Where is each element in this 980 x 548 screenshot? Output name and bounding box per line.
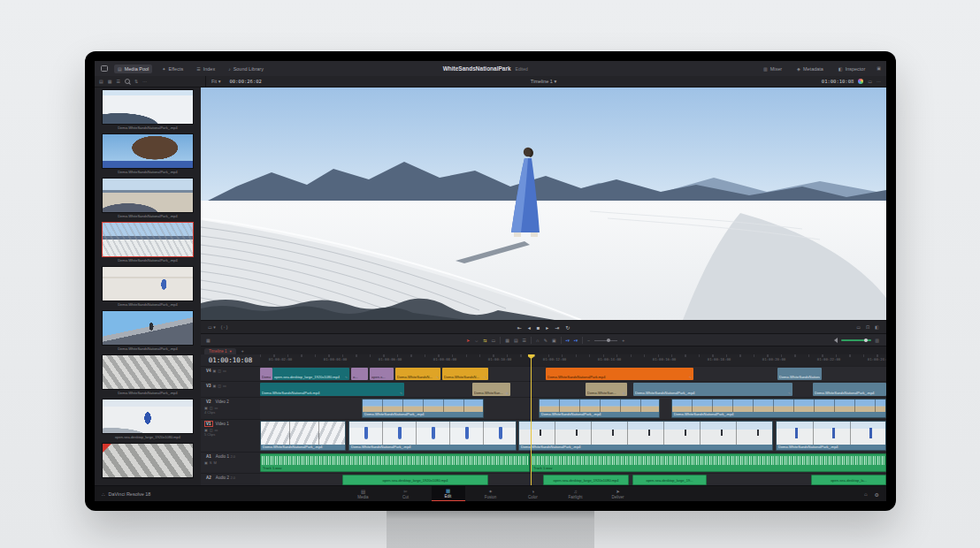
timeline-clip[interactable]: o... xyxy=(351,368,368,380)
tab-index[interactable]: ☰Index xyxy=(193,65,218,73)
timeline-clip[interactable]: Demo-WhiteSandsN...∿ xyxy=(442,368,488,380)
track-v2[interactable]: Demo-WhiteSandsNationalPark_.mp4 Demo-Wh… xyxy=(260,397,886,420)
track-header-v4[interactable]: V4▣◫▭ xyxy=(201,366,260,380)
track-header-v1[interactable]: V1Video 1 ▣◫▭ 5 Clips xyxy=(201,419,260,451)
loop-button[interactable]: ↻ xyxy=(565,325,570,331)
tab-inspector[interactable]: ◧Inspector xyxy=(835,65,869,73)
clip-thumbnail[interactable] xyxy=(102,178,194,213)
media-clip[interactable]: Demo-WhiteSandsNationalPark_.mp4 xyxy=(102,89,194,131)
clip-thumbnail[interactable] xyxy=(102,133,194,169)
list-view-icon[interactable]: ☰ xyxy=(116,80,119,84)
tab-media-pool[interactable]: ▤Media Pool xyxy=(114,65,152,73)
dual-screen-icon[interactable]: ◧ xyxy=(875,325,879,330)
position-lock-icon[interactable]: ▣ xyxy=(552,339,556,343)
clip-thumbnail[interactable] xyxy=(102,399,194,434)
track-header-a2[interactable]: A2Audio 2 2.0 xyxy=(201,473,260,485)
page-fairlight[interactable]: ♫Fairlight xyxy=(559,486,593,501)
timeline-tab[interactable]: Timeline 1▾ xyxy=(204,348,236,354)
trim-edit-icon[interactable]: ⇔ xyxy=(474,339,479,343)
track-a2[interactable]: open-sea-desktop_large_1920x1080.mp4 ope… xyxy=(260,473,886,485)
clip-thumbnail[interactable] xyxy=(102,222,194,257)
clip-thumbnail[interactable] xyxy=(102,310,194,346)
timeline-ruler[interactable]: 01:00:02:00 01:00:04:00 01:00:06:00 01:0… xyxy=(260,354,886,367)
audio-clip[interactable]: open-sea-desktop_large_19... xyxy=(632,475,707,485)
play-button[interactable]: ▸ xyxy=(546,325,548,331)
stop-button[interactable]: ■ xyxy=(537,325,540,331)
dynamic-trim-icon[interactable]: ⇆ xyxy=(483,339,486,343)
add-timeline-button[interactable]: + xyxy=(241,349,244,354)
tab-sound-library[interactable]: ♪Sound Library xyxy=(225,65,267,73)
zoom-out-icon[interactable]: − xyxy=(587,339,590,343)
page-media[interactable]: ▤Media xyxy=(347,486,380,501)
timeline-clip[interactable]: Demo-WhiteSan...◉ xyxy=(586,383,627,396)
zoom-in-icon[interactable]: + xyxy=(622,339,624,343)
clip-thumbnail[interactable] xyxy=(102,443,194,478)
timeline-clip[interactable]: Demo-WhiteSan...◉ xyxy=(472,383,510,396)
more-icon[interactable]: ⋯ xyxy=(142,80,147,84)
media-clip[interactable]: open-sea-desktop_large_1920x1080.mp4 xyxy=(102,399,194,440)
timeline-clip[interactable]: Demo-WhiteSandsNationalPark_.mp4∿ xyxy=(633,383,792,396)
toolbox-icon[interactable]: ▦ xyxy=(201,339,211,343)
overwrite-clip-icon[interactable]: ▤ xyxy=(514,339,518,343)
timeline-zoom-slider[interactable] xyxy=(594,340,617,341)
timeline-clip[interactable]: Demo-WhiteSandsN...∿ xyxy=(395,368,440,380)
track-header-a1[interactable]: A1Audio 1 2.0 ▣SM xyxy=(201,452,260,472)
timeline-clip[interactable]: Demo-WhiteSandsNationalP... xyxy=(777,368,822,380)
media-clip-selected[interactable]: Demo-WhiteSandsNationalPark_.mp4 xyxy=(102,222,194,263)
timeline-clip[interactable]: Demo-WhiteSandsNationalPark.mp4∿ xyxy=(546,368,693,380)
timeline-viewer[interactable] xyxy=(201,88,886,320)
jump-end-button[interactable]: ⇥ xyxy=(555,325,559,331)
timeline-clip[interactable]: open-s... xyxy=(370,368,394,380)
match-frame-icon[interactable]: ▭ xyxy=(856,325,861,330)
track-v4[interactable]: Demo open-sea-desktop_large_1920x1080.mp… xyxy=(260,366,886,382)
color-management-icon[interactable] xyxy=(858,79,863,84)
flag-marker-select[interactable]: ▪▾ xyxy=(566,339,570,343)
clip-thumbnail[interactable] xyxy=(102,266,194,301)
media-clip[interactable]: Demo-WhiteSandsNationalPark_.mp4 xyxy=(102,310,194,352)
page-fusion[interactable]: ✦Fusion xyxy=(474,486,508,501)
timeline-clip[interactable]: Demo xyxy=(260,368,272,380)
insert-clip-icon[interactable]: ▦ xyxy=(505,339,509,343)
timeline-clip[interactable]: Demo-WhiteSandsNationalPark_.mp4 xyxy=(348,421,517,451)
page-color[interactable]: ◑Color xyxy=(517,486,550,501)
track-v1[interactable]: Demo-WhiteSandsNationalPark_.mp4 Demo-Wh… xyxy=(260,419,886,453)
timeline-clip[interactable]: Demo-WhiteSandsNationalPark_.mp4 xyxy=(260,421,346,451)
clip-thumbnail[interactable] xyxy=(102,354,194,390)
snapping-icon[interactable]: ∩ xyxy=(536,339,540,343)
zoom-select[interactable]: Fit ▾ xyxy=(211,79,220,84)
clip-thumbnail[interactable] xyxy=(102,89,194,125)
viewer-options-icon[interactable]: ⋯ xyxy=(877,80,881,84)
timeline-clip[interactable]: Demo-WhiteSandsNationalPark_.mp4 xyxy=(518,421,773,451)
track-header-v3[interactable]: V3▣◫▭ xyxy=(201,381,260,396)
track-v3[interactable]: Demo-WhiteSandsNationalPark.mp4∿ Demo-Wh… xyxy=(260,381,886,398)
timeline-clip[interactable]: Demo-WhiteSandsNationalPark_.mp4 xyxy=(539,399,660,418)
grid-view-icon[interactable]: ▦ xyxy=(108,80,112,84)
timeline-tracks[interactable]: Demo open-sea-desktop_large_1920x1080.mp… xyxy=(260,366,886,485)
page-edit[interactable]: ▦Edit xyxy=(432,486,465,501)
linked-selection-icon[interactable]: ✎ xyxy=(544,339,547,343)
tab-metadata[interactable]: ◈Metadata xyxy=(793,65,827,73)
clip-marker-select[interactable]: ▪▾ xyxy=(574,339,578,343)
audio-clip[interactable]: Track 1.wav xyxy=(260,453,530,472)
timeline-clip[interactable]: open-sea-desktop_large_1920x1080.mp4∿ xyxy=(272,368,349,380)
home-icon[interactable]: ⌂ xyxy=(864,491,868,497)
media-clip[interactable]: Demo-WhiteSandsNationalPark_.mp4 xyxy=(102,266,194,308)
audio-level-slider[interactable] xyxy=(841,339,871,341)
media-clip[interactable] xyxy=(102,443,194,478)
timeline-clip[interactable]: Demo-WhiteSandsNationalPark_.mp4 xyxy=(362,399,484,418)
chat-icon[interactable] xyxy=(101,65,108,72)
media-clip[interactable]: Demo-WhiteSandsNationalPark_.mp4 xyxy=(102,133,194,175)
search-icon[interactable] xyxy=(125,79,130,84)
replace-clip-icon[interactable]: ☰ xyxy=(523,339,526,343)
jump-start-button[interactable]: ⇤ xyxy=(517,325,522,331)
expand-viewer-icon[interactable]: ▭ xyxy=(868,80,872,84)
page-deliver[interactable]: ➤Deliver xyxy=(601,486,635,501)
media-clip[interactable]: Demo-WhiteSandsNationalPark_.mp4 xyxy=(102,178,194,219)
capture-icon[interactable]: ⊡ xyxy=(866,325,869,330)
razor-edit-icon[interactable]: ▭ xyxy=(491,339,495,343)
audio-clip[interactable]: open-sea-desktop_large_1920x1080.mp4 xyxy=(543,475,629,485)
timeline-clip[interactable]: Demo-WhiteSandsNationalPark.mp4∿ xyxy=(260,383,404,396)
bin-view-icon[interactable]: ▤ xyxy=(99,80,103,84)
timeline-clip[interactable]: Demo-WhiteSandsNationalPark_.mp4 xyxy=(813,383,886,396)
page-cut[interactable]: ✂Cut xyxy=(389,486,423,501)
